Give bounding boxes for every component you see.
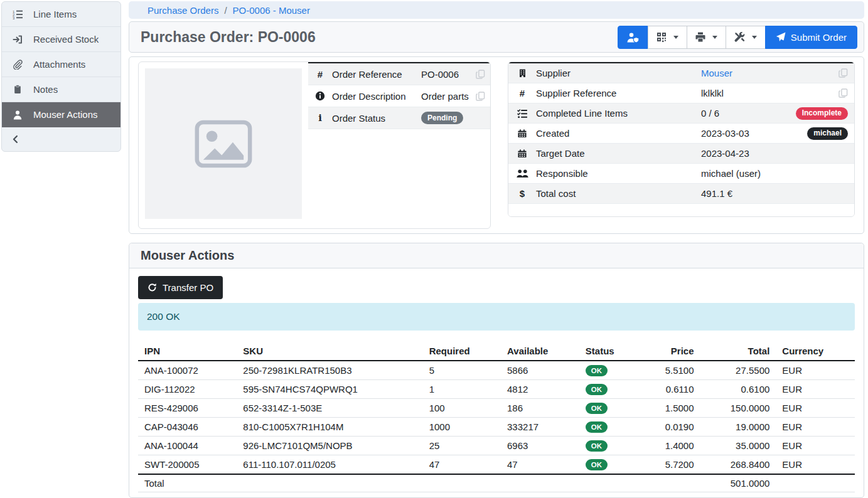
detail-label: Target Date bbox=[536, 148, 701, 159]
table-row: ANA-100072250-72981KLRATR150B355866OK5.5… bbox=[138, 361, 855, 380]
order-actions-menu-button[interactable] bbox=[726, 26, 766, 49]
copy-icon[interactable] bbox=[839, 68, 848, 78]
cell-price: 5.7200 bbox=[640, 455, 700, 475]
cell-required: 100 bbox=[423, 399, 501, 418]
cell-available: 333217 bbox=[501, 418, 579, 437]
qrcode-icon bbox=[656, 32, 667, 42]
detail-value: PO-0006 bbox=[421, 69, 471, 80]
table-row: DIG-112022595-SN74HCS74QPWRQ114812OK0.61… bbox=[138, 380, 855, 399]
cell-status: OK bbox=[579, 380, 640, 399]
michael-badge: michael bbox=[807, 127, 848, 140]
sidebar-item-line-items[interactable]: 123Line Items bbox=[2, 2, 121, 27]
table-row: SWT-200005611-110.107.011/02054747OK5.72… bbox=[138, 455, 855, 475]
cell-currency: EUR bbox=[776, 399, 855, 418]
cell-total: 150.0000 bbox=[700, 399, 776, 418]
breadcrumb-link-purchase-orders[interactable]: Purchase Orders bbox=[147, 5, 218, 16]
sidebar-item-notes[interactable]: Notes bbox=[2, 77, 121, 102]
detail-row-supplier-reference: #Supplier Referencelklklkl bbox=[508, 83, 854, 103]
cell-total: 35.0000 bbox=[700, 437, 776, 455]
cell-ipn: ANA-100072 bbox=[138, 361, 237, 380]
sign-in-icon bbox=[11, 34, 24, 45]
detail-row-extra bbox=[785, 88, 854, 98]
detail-row-order-status: iOrder StatusPending bbox=[308, 107, 490, 129]
incomplete-badge: Incomplete bbox=[796, 107, 848, 120]
sidebar-item-mouser-actions[interactable]: Mouser Actions bbox=[2, 102, 121, 127]
image-placeholder-icon bbox=[195, 120, 252, 168]
detail-label: Created bbox=[536, 128, 701, 139]
user-permissions-button[interactable] bbox=[618, 26, 648, 49]
supplier-details-card: SupplierMouser#Supplier Referencelklklkl… bbox=[508, 61, 855, 217]
order-detail-table: #Order ReferencePO-0006Order Description… bbox=[308, 62, 490, 129]
copy-icon[interactable] bbox=[476, 70, 485, 79]
detail-value: 2023-04-23 bbox=[701, 148, 785, 159]
detail-row-extra bbox=[471, 92, 490, 101]
transfer-po-button[interactable]: Transfer PO bbox=[138, 276, 223, 299]
ok-status-badge: OK bbox=[586, 384, 608, 395]
print-menu-button[interactable] bbox=[687, 26, 726, 49]
cell-status: OK bbox=[579, 437, 640, 455]
detail-value: lklklkl bbox=[701, 88, 785, 98]
cell-currency: EUR bbox=[776, 437, 855, 455]
sidebar-item-label: Attachments bbox=[33, 59, 85, 70]
sidebar-item-label: Line Items bbox=[33, 9, 77, 19]
sidebar-item-attachments[interactable]: Attachments bbox=[2, 52, 121, 77]
table-row: RES-429006652-3314Z-1-503E100186OK1.5000… bbox=[138, 399, 855, 418]
detail-value: Pending bbox=[421, 112, 471, 125]
cell-status: OK bbox=[579, 399, 640, 418]
calendar-icon bbox=[508, 149, 536, 158]
header-toolbar: Submit Order bbox=[618, 26, 857, 49]
detail-label: Completed Line Items bbox=[536, 108, 701, 119]
cell-ipn: SWT-200005 bbox=[138, 455, 237, 475]
cell-currency: EUR bbox=[776, 380, 855, 399]
mouser-actions-title: Mouser Actions bbox=[129, 243, 864, 268]
detail-label: Total cost bbox=[536, 188, 701, 199]
svg-text:3: 3 bbox=[13, 16, 15, 19]
cell-sku: 652-3314Z-1-503E bbox=[237, 399, 422, 418]
copy-icon[interactable] bbox=[839, 88, 848, 98]
cell-total: 268.8400 bbox=[700, 455, 776, 475]
cell-price: 0.0190 bbox=[640, 418, 700, 437]
detail-label: Supplier bbox=[536, 68, 701, 78]
submit-order-button[interactable]: Submit Order bbox=[765, 26, 857, 49]
tools-icon bbox=[734, 32, 745, 43]
submit-order-label: Submit Order bbox=[791, 32, 847, 43]
cell-price: 1.5000 bbox=[640, 399, 700, 418]
sidebar-item-label: Mouser Actions bbox=[33, 109, 98, 120]
page-title: Purchase Order: PO-0006 bbox=[141, 29, 316, 46]
detail-label: Supplier Reference bbox=[536, 88, 701, 98]
detail-label: Order Reference bbox=[332, 69, 421, 80]
cell-available: 186 bbox=[501, 399, 579, 418]
calendar-icon bbox=[508, 129, 536, 138]
breadcrumb-link-current-order[interactable]: PO-0006 - Mouser bbox=[233, 5, 310, 16]
cell-sku: 250-72981KLRATR150B3 bbox=[237, 361, 422, 380]
cell-available: 47 bbox=[501, 455, 579, 475]
sidebar-item-label: Received Stock bbox=[33, 34, 99, 45]
clipboard-icon bbox=[11, 85, 24, 94]
order-summary-card: #Order ReferencePO-0006Order Description… bbox=[138, 61, 491, 229]
cell-required: 25 bbox=[423, 437, 501, 455]
cell-price: 1.4000 bbox=[640, 437, 700, 455]
cell-available: 5866 bbox=[501, 361, 579, 380]
sidebar-item-received-stock[interactable]: Received Stock bbox=[2, 27, 121, 52]
detail-empty-row bbox=[508, 204, 854, 216]
status-alert: 200 OK bbox=[138, 303, 855, 331]
chevron-down-icon bbox=[673, 36, 678, 39]
supplier-detail-table: SupplierMouser#Supplier Referencelklklkl… bbox=[508, 62, 854, 216]
detail-value: 0 / 6 bbox=[701, 108, 785, 119]
order-details-panel: #Order ReferencePO-0006Order Description… bbox=[129, 56, 864, 234]
status-badge: Pending bbox=[421, 112, 463, 124]
hashtag-icon: # bbox=[308, 69, 332, 80]
copy-icon[interactable] bbox=[476, 92, 485, 101]
column-header-required: Required bbox=[423, 342, 501, 361]
sidebar-collapse-button[interactable] bbox=[2, 127, 121, 151]
total-value: 501.0000 bbox=[700, 474, 776, 492]
ok-status-badge: OK bbox=[586, 403, 608, 414]
cell-sku: 810-C1005X7R1H104M bbox=[237, 418, 422, 437]
supplier-link[interactable]: Mouser bbox=[701, 68, 732, 78]
chevron-down-icon bbox=[752, 36, 757, 39]
barcode-menu-button[interactable] bbox=[648, 26, 687, 49]
cell-required: 47 bbox=[423, 455, 501, 475]
transfer-po-label: Transfer PO bbox=[163, 282, 213, 293]
detail-value: Mouser bbox=[701, 68, 785, 78]
detail-row-extra bbox=[471, 70, 490, 79]
